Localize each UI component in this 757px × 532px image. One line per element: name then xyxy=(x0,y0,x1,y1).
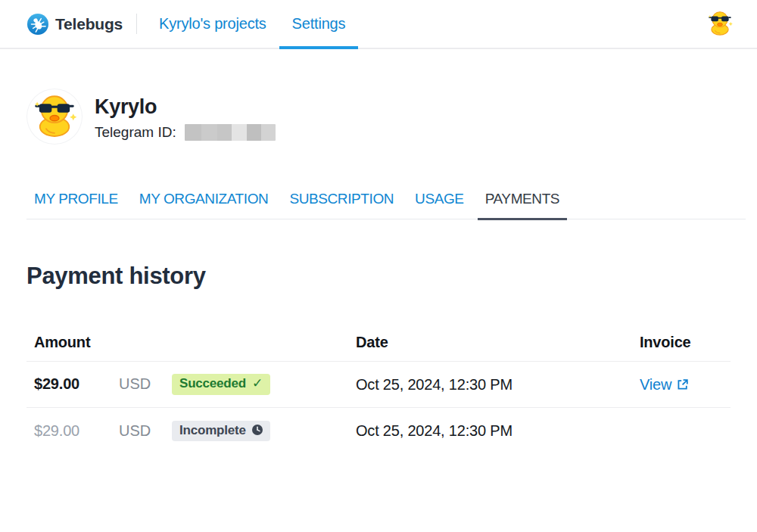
payment-date: Oct 25, 2024, 12:30 PM xyxy=(356,376,640,394)
payment-amount: $29.00 xyxy=(34,375,119,393)
payments-table-header: Amount Date Invoice xyxy=(26,320,731,362)
invoice-view-link[interactable]: View xyxy=(640,376,689,394)
telegram-id-row: Telegram ID: xyxy=(95,124,276,141)
payment-date: Oct 25, 2024, 12:30 PM xyxy=(356,422,640,440)
duck-avatar-icon xyxy=(706,8,734,39)
status-badge-incomplete: Incomplete xyxy=(172,421,270,442)
amount-cell: $29.00 USD Succeeded ✓ xyxy=(26,374,356,395)
settings-tabs: MY PROFILE MY ORGANIZATION SUBSCRIPTION … xyxy=(26,191,746,219)
nav-link-settings[interactable]: Settings xyxy=(279,0,359,48)
nav-divider xyxy=(136,14,137,34)
telegram-id-redacted-value xyxy=(185,124,276,141)
check-icon: ✓ xyxy=(252,376,263,391)
user-avatar-button[interactable] xyxy=(704,8,736,40)
duck-avatar-icon xyxy=(30,90,79,143)
external-link-icon xyxy=(677,378,689,390)
top-navbar: Telebugs Kyrylo's projects Settings xyxy=(0,0,757,49)
tab-payments[interactable]: PAYMENTS xyxy=(478,191,568,219)
payment-row: $29.00 USD Succeeded ✓ Oct 25, 2024, 12:… xyxy=(26,362,731,408)
column-header-invoice: Invoice xyxy=(640,334,731,351)
telegram-id-label: Telegram ID: xyxy=(95,124,176,141)
amount-cell: $29.00 USD Incomplete xyxy=(26,421,356,442)
tab-my-organization[interactable]: MY ORGANIZATION xyxy=(132,191,276,219)
tab-usage[interactable]: USAGE xyxy=(407,191,472,219)
brand-name: Telebugs xyxy=(55,15,123,33)
invoice-cell: View xyxy=(640,376,731,394)
payment-currency: USD xyxy=(119,375,172,393)
payment-amount: $29.00 xyxy=(34,422,119,440)
clock-icon xyxy=(252,425,263,435)
profile-summary: Kyrylo Telegram ID: xyxy=(0,49,757,144)
tab-subscription[interactable]: SUBSCRIPTION xyxy=(282,191,401,219)
telebugs-logo-icon xyxy=(27,14,48,35)
payment-row: $29.00 USD Incomplete Oct 25, 2024, 12:3… xyxy=(26,408,731,454)
column-header-amount: Amount xyxy=(26,334,356,351)
tab-my-profile[interactable]: MY PROFILE xyxy=(26,191,126,219)
profile-avatar xyxy=(27,89,82,144)
status-badge-succeeded: Succeeded ✓ xyxy=(172,374,270,395)
payment-currency: USD xyxy=(119,422,172,440)
column-header-date: Date xyxy=(356,334,640,351)
payments-table: Amount Date Invoice $29.00 USD Succeeded… xyxy=(26,320,731,454)
nav-link-projects[interactable]: Kyrylo's projects xyxy=(146,0,279,48)
main-nav: Kyrylo's projects Settings xyxy=(146,0,358,48)
invoice-view-label: View xyxy=(640,376,671,394)
status-label: Incomplete xyxy=(179,423,246,438)
page-title: Payment history xyxy=(26,263,731,290)
profile-info: Kyrylo Telegram ID: xyxy=(95,89,276,144)
brand-home-link[interactable]: Telebugs xyxy=(27,14,123,35)
profile-name: Kyrylo xyxy=(95,95,276,119)
status-label: Succeeded xyxy=(179,376,246,391)
